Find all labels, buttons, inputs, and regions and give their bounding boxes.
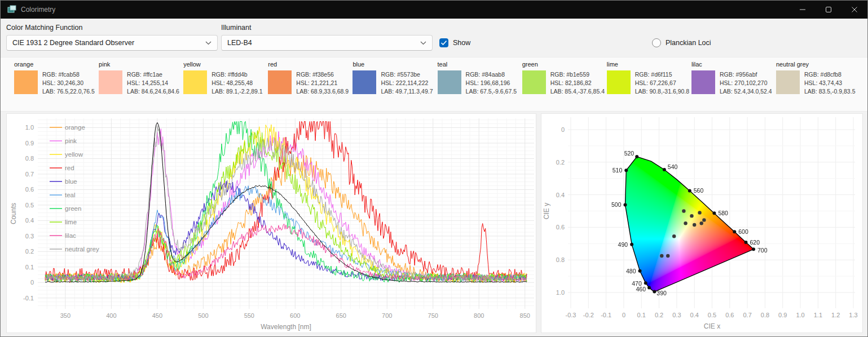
- swatch-color-square: [183, 70, 207, 94]
- titlebar[interactable]: Colorimetry: [1, 1, 867, 19]
- swatch-values: RGB: #d6f115HSL: 67,226,67LAB: 90.8,-31.…: [635, 70, 689, 96]
- wavelength-marker-dot: [744, 241, 747, 244]
- svg-text:red: red: [65, 165, 74, 171]
- swatch-color-square: [691, 70, 715, 94]
- wavelength-marker-dot: [712, 211, 716, 215]
- svg-text:pink: pink: [65, 138, 77, 144]
- app-icon: [7, 5, 16, 14]
- swatch-values: RGB: #956abfHSL: 270,102,270LAB: 52.4,34…: [720, 70, 772, 96]
- show-checkbox-label: Show: [453, 39, 470, 47]
- wavelength-marker-dot: [635, 155, 638, 158]
- data-point: [672, 234, 676, 238]
- svg-text:580: 580: [718, 210, 728, 216]
- cie-chart-overlay: 3904604704804905005105205405605806006207…: [541, 114, 862, 332]
- svg-text:600: 600: [738, 228, 748, 235]
- svg-text:400: 400: [106, 312, 116, 319]
- svg-text:350: 350: [60, 312, 71, 319]
- svg-text:green: green: [65, 205, 81, 212]
- wavelength-marker-dot: [647, 286, 651, 289]
- show-checkbox[interactable]: Show: [439, 38, 470, 47]
- swatch-values: RGB: #d8cfb8HSL: 43,74,43LAB: 83.5,-0.9,…: [804, 70, 855, 96]
- svg-text:600: 600: [290, 312, 300, 319]
- measured-points: [660, 209, 706, 258]
- wavelength-marker-dot: [752, 247, 755, 251]
- close-button[interactable]: [841, 1, 867, 19]
- legend-item-orange[interactable]: orange: [50, 124, 85, 131]
- window-title: Colorimetry: [21, 6, 55, 14]
- wavelength-marker-dot: [688, 189, 691, 193]
- wavelength-marker-dot: [653, 290, 656, 294]
- svg-text:500: 500: [611, 201, 622, 208]
- illuminant-label: Illuminant: [221, 24, 252, 32]
- svg-text:0.4: 0.4: [25, 217, 34, 224]
- svg-text:1.0: 1.0: [25, 124, 34, 131]
- spectra-chart-panel[interactable]: 3504004505005506006507007508008501.00.90…: [6, 113, 536, 333]
- swatch-strip: orangeRGB: #fcab58HSL: 30,246,30LAB: 76.…: [1, 57, 867, 112]
- swatch-lime: limeRGB: #d6f115HSL: 67,226,67LAB: 90.8,…: [607, 61, 685, 111]
- data-point: [660, 254, 663, 258]
- wavelength-marker-dot: [624, 203, 627, 206]
- cmf-combobox[interactable]: CIE 1931 2 Degree Standard Observer: [6, 35, 218, 51]
- svg-text:700: 700: [382, 312, 392, 319]
- svg-text:teal: teal: [65, 192, 76, 198]
- swatch-lilac: lilacRGB: #956abfHSL: 270,102,270LAB: 52…: [691, 61, 769, 111]
- svg-text:0.6: 0.6: [25, 186, 34, 193]
- swatch-name: blue: [353, 61, 430, 68]
- wavelength-marker-dot: [624, 168, 628, 172]
- svg-text:510: 510: [613, 167, 623, 174]
- swatch-blue: blueRGB: #5573beHSL: 222,114,222LAB: 49.…: [353, 61, 430, 111]
- maximize-button[interactable]: [816, 1, 841, 19]
- wavelength-marker-dot: [638, 269, 642, 273]
- wavelength-labels: 3904604704804905005105205405605806006207…: [611, 150, 768, 296]
- data-point: [682, 209, 685, 212]
- svg-text:0.9: 0.9: [25, 140, 34, 147]
- swatch-color-square: [14, 70, 38, 94]
- swatch-yellow: yellowRGB: #ffdd4bHSL: 48,255,48LAB: 89.…: [183, 61, 261, 111]
- swatch-orange: orangeRGB: #fcab58HSL: 30,246,30LAB: 76.…: [14, 61, 92, 111]
- svg-text:0.3: 0.3: [25, 233, 34, 240]
- swatch-values: RGB: #ffdd4bHSL: 48,255,48LAB: 89.1,-2.2…: [212, 70, 262, 96]
- checkbox-checked-icon: [439, 38, 448, 47]
- svg-text:0: 0: [30, 279, 34, 286]
- swatch-name: orange: [14, 61, 92, 68]
- swatch-red: redRGB: #f38e56HSL: 21,221,21LAB: 68.9,3…: [268, 61, 346, 111]
- svg-text:800: 800: [474, 312, 484, 319]
- legend-item-green[interactable]: green: [50, 205, 81, 212]
- svg-text:blue: blue: [65, 178, 77, 185]
- svg-text:neutral grey: neutral grey: [65, 246, 99, 252]
- svg-text:450: 450: [152, 312, 162, 319]
- data-point: [700, 221, 703, 225]
- swatch-values: RGB: #84aab8HSL: 196,68,196LAB: 67.5,-9.…: [466, 70, 517, 96]
- swatch-color-square: [522, 70, 546, 94]
- swatch-values: RGB: #fcab58HSL: 30,246,30LAB: 76.5,22.0…: [42, 70, 95, 96]
- swatch-values: RGB: #5573beHSL: 222,114,222LAB: 49.7,11…: [381, 70, 433, 96]
- swatch-color-square: [776, 70, 800, 94]
- svg-text:-0.1: -0.1: [23, 295, 34, 301]
- svg-text:yellow: yellow: [65, 151, 83, 158]
- cmf-value: CIE 1931 2 Degree Standard Observer: [12, 39, 134, 47]
- wavelength-marker-dot: [663, 168, 666, 171]
- svg-text:620: 620: [750, 239, 760, 246]
- data-point: [693, 223, 696, 227]
- legend-item-lilac[interactable]: lilac: [50, 232, 76, 239]
- swatch-name: green: [522, 61, 600, 68]
- illuminant-combobox[interactable]: LED-B4: [221, 35, 433, 51]
- svg-text:550: 550: [244, 312, 254, 319]
- svg-text:0.8: 0.8: [25, 155, 34, 162]
- svg-text:390: 390: [656, 290, 667, 296]
- planckian-loci-checkbox[interactable]: Planckian Loci: [652, 38, 711, 47]
- legend-item-yellow[interactable]: yellow: [50, 151, 83, 158]
- svg-text:0.2: 0.2: [25, 248, 34, 255]
- swatch-name: yellow: [183, 61, 261, 68]
- cie-chart-panel[interactable]: -0.3-0.2-0.100.10.20.30.40.50.60.70.80.9…: [541, 113, 863, 333]
- svg-text:850: 850: [520, 312, 530, 319]
- swatch-color-square: [268, 70, 292, 94]
- legend-item-blue[interactable]: blue: [50, 178, 77, 185]
- minimize-button[interactable]: [790, 1, 816, 19]
- spectral-locus-outline: [625, 157, 754, 292]
- cmf-label: Color Matching Function: [6, 24, 82, 32]
- wavelength-marker-dot: [644, 281, 647, 285]
- svg-text:480: 480: [626, 268, 636, 274]
- minimize-icon: [800, 7, 805, 12]
- spectra-chart[interactable]: 3504004505005506006507007508008501.00.90…: [7, 114, 536, 332]
